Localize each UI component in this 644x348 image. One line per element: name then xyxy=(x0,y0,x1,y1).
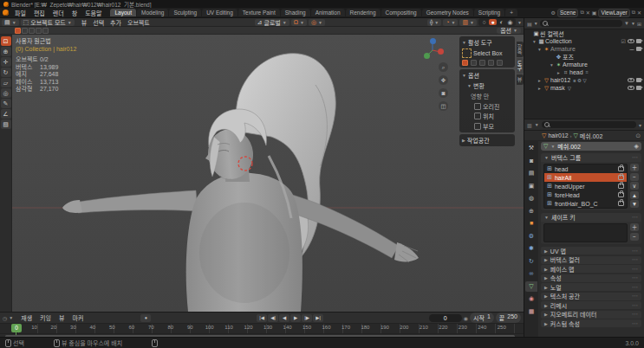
list-operation-button[interactable]: − xyxy=(630,233,639,241)
collapsed-panel-header[interactable]: ▶커스텀 속성⋯ xyxy=(541,319,641,327)
tool-button[interactable]: ✎ xyxy=(1,99,11,108)
menu-item[interactable]: 파일 xyxy=(11,8,29,18)
current-frame-field[interactable]: 0 xyxy=(429,314,462,322)
npanel-tab[interactable]: 도구 xyxy=(517,58,524,74)
pin-icon[interactable]: ⊙ xyxy=(635,132,641,139)
snap-toggle[interactable]: Ω▼ xyxy=(291,19,307,26)
tool-button[interactable]: ◎ xyxy=(1,88,11,98)
blender-menu-icon[interactable] xyxy=(3,10,9,16)
vertex-group-row[interactable]: ⊞ frontHair_BO_C xyxy=(544,199,627,208)
workspace-tab[interactable]: UV Editing xyxy=(202,9,237,16)
outliner-row[interactable]: ▾ ✶ Armature xyxy=(524,61,644,68)
collapsed-panel-header[interactable]: ▶버텍스 컬러⋯ xyxy=(541,256,641,264)
select-mode-new[interactable] xyxy=(15,28,21,34)
outliner-row[interactable]: ▸ ▽ hair012 ≡ ⚙ ▽ xyxy=(524,76,644,84)
list-operation-button[interactable]: − xyxy=(630,173,639,181)
unlink-scene-icon[interactable]: ✕ xyxy=(586,10,590,16)
outliner-row[interactable]: ▾ ✶ Armature xyxy=(524,45,644,53)
properties-tab[interactable]: ▦ xyxy=(525,306,537,317)
panel-menu-icon[interactable]: ⋯ xyxy=(632,274,638,281)
vertex-group-row[interactable]: ⊞ foreHead xyxy=(544,190,627,199)
workspace-tab[interactable]: Animation xyxy=(311,9,345,16)
lock-icon[interactable] xyxy=(618,184,624,189)
shading-mode-button[interactable]: ○ xyxy=(480,19,488,25)
scene-selector[interactable]: Scene xyxy=(557,9,578,17)
select-mode-extend[interactable] xyxy=(22,28,28,34)
expand-caret-icon[interactable]: ▸ xyxy=(537,78,543,83)
viewport-menu-item[interactable]: 오브젝트 xyxy=(125,18,153,27)
list-operation-button[interactable]: ▼ xyxy=(630,200,639,208)
timeline-ruler[interactable]: 0102030405060708090100110120130140150160… xyxy=(0,324,524,334)
outliner-row[interactable]: ✥ 포즈 xyxy=(524,53,644,61)
collapsed-panel-header[interactable]: ▶UV 맵⋯ xyxy=(541,247,641,255)
fake-user-shield-icon[interactable]: ◈ xyxy=(634,143,639,150)
playback-button[interactable]: |▶ xyxy=(302,314,312,322)
filter-icon[interactable]: ▼ xyxy=(624,21,629,26)
properties-tab[interactable]: ▽ xyxy=(525,281,537,292)
properties-tab[interactable]: ↻ xyxy=(525,256,537,267)
properties-tab[interactable]: ▤ xyxy=(525,168,537,178)
vertex-group-row[interactable]: ⊞ headUpper xyxy=(544,182,627,190)
zoom-icon[interactable]: ⌕ xyxy=(439,62,448,72)
expand-caret-icon[interactable]: ▾ xyxy=(549,62,555,68)
orientation-gizmo[interactable] xyxy=(421,38,444,61)
viewport-menu-item[interactable]: 선택 xyxy=(90,18,107,27)
checkbox-icon[interactable] xyxy=(474,123,481,130)
breadcrumb-object[interactable]: hair012 xyxy=(548,132,568,139)
camera-view-icon[interactable]: ◙ xyxy=(439,88,448,98)
properties-search-input[interactable] xyxy=(542,121,636,128)
tool-mode-subtract[interactable] xyxy=(479,60,485,66)
tool-button[interactable]: ✛ xyxy=(1,57,11,67)
collapsed-panel-header[interactable]: ▶속성⋯ xyxy=(541,274,641,282)
tool-mode-intersect[interactable] xyxy=(497,60,503,66)
checkbox-icon[interactable] xyxy=(474,113,481,119)
viewport-3d[interactable]: ⊡⊕✛↻▱◎✎∠▧ 사용자 원근법 (0) Collection | hair0… xyxy=(0,35,524,312)
viewport-menu-item[interactable]: 뷰 xyxy=(79,18,89,27)
expand-caret-icon[interactable]: ▸ xyxy=(556,70,562,75)
panel-menu-icon[interactable]: ⋯ xyxy=(632,154,638,161)
properties-tab[interactable]: ⚙ xyxy=(525,231,537,242)
visibility-eye-closed-icon[interactable] xyxy=(629,48,634,50)
shading-mode-button[interactable]: ◐ xyxy=(498,19,505,25)
lock-icon[interactable] xyxy=(618,192,624,197)
render-visibility-camera-icon[interactable] xyxy=(636,86,641,90)
datablock-name-field[interactable]: ▽▼ 메쉬.002 ◈ xyxy=(541,142,641,151)
outliner-row[interactable]: ▾ ▦ Collection ☑ xyxy=(524,37,644,45)
visibility-eye-icon[interactable] xyxy=(628,39,634,44)
new-scene-icon[interactable]: ⧉ xyxy=(580,10,583,16)
workspace-tab[interactable]: Sculpting xyxy=(169,9,201,16)
workspace-tab[interactable]: Layout xyxy=(110,9,136,16)
collapsed-panel-header[interactable]: ▶리메시⋯ xyxy=(541,301,641,309)
vertex-group-row[interactable]: ⊞ hairAll xyxy=(544,173,627,182)
properties-tab[interactable]: ✱ xyxy=(525,243,537,254)
properties-tab[interactable]: ▣ xyxy=(525,181,537,191)
playback-button[interactable]: ◀| xyxy=(268,314,278,322)
outliner-search-input[interactable] xyxy=(540,20,622,27)
visibility-eye-icon[interactable] xyxy=(628,78,634,83)
tool-button[interactable]: ↻ xyxy=(1,68,11,77)
properties-tab[interactable]: ◙ xyxy=(525,156,537,166)
proportional-editing-toggle[interactable]: ◎▼ xyxy=(309,19,325,26)
panel-menu-icon[interactable]: ⋯ xyxy=(632,320,638,327)
shading-dropdown-icon[interactable]: ▼ xyxy=(517,20,522,25)
perspective-toggle-icon[interactable]: ◫ xyxy=(439,101,448,111)
collapsed-panel-header[interactable]: ▶노멀⋯ xyxy=(541,283,641,291)
playback-button[interactable]: ▶| xyxy=(313,314,323,322)
list-operation-button[interactable]: ＋ xyxy=(630,223,639,231)
panel-menu-icon[interactable]: ⋯ xyxy=(632,284,638,291)
tool-mode-new[interactable] xyxy=(462,60,468,66)
tool-button[interactable]: ⊡ xyxy=(1,36,11,46)
frame-end-field[interactable]: 끝250 xyxy=(496,313,521,323)
timeline-menu-item[interactable]: 뷰 xyxy=(55,313,68,323)
panel-menu-icon[interactable]: ⋯ xyxy=(632,302,638,309)
shape-keys-list[interactable] xyxy=(543,223,628,242)
select-mode-invert[interactable] xyxy=(36,28,42,34)
expand-caret-icon[interactable]: ▸ xyxy=(537,86,543,91)
mode-dropdown[interactable]: ⬚오브젝트 모드▼ xyxy=(21,19,75,26)
playhead[interactable]: 0 xyxy=(11,324,22,332)
shading-mode-button[interactable]: ● xyxy=(489,19,497,25)
properties-tab[interactable]: ◉ xyxy=(525,293,537,304)
workspace-tab[interactable]: Modeling xyxy=(137,9,168,16)
auto-keying-record-button[interactable]: ● xyxy=(140,314,151,322)
new-viewlayer-icon[interactable]: ⧉ xyxy=(632,10,635,16)
